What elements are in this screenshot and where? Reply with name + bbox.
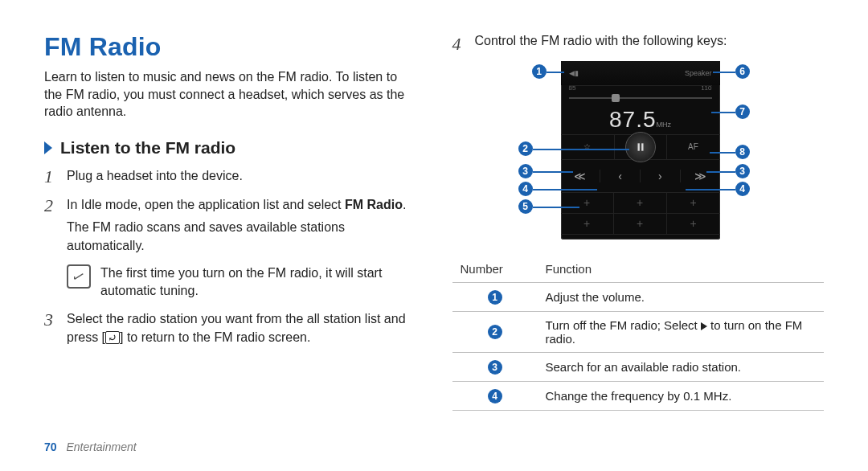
- row-func: Search for an available radio station.: [538, 352, 825, 381]
- slider-max: 110: [701, 84, 711, 92]
- th-function: Function: [538, 256, 825, 283]
- callout-7: 7: [735, 104, 750, 119]
- star-icon: ☆: [561, 135, 615, 159]
- freq-slider-thumb: [612, 94, 620, 102]
- step-1-text: Plug a headset into the device.: [67, 167, 416, 186]
- row-func: Adjust the volume.: [538, 282, 825, 311]
- note-text: The first time you turn on the FM radio,…: [100, 264, 416, 299]
- freq-unit: MHz: [657, 121, 672, 129]
- volume-icon: ◀▮: [569, 69, 579, 77]
- callout-8: 8: [735, 145, 750, 159]
- play-icon: [701, 322, 707, 330]
- callout-3-left: 3: [518, 164, 533, 178]
- callout-3-right: 3: [735, 164, 750, 178]
- step-3-text-b: ] to return to the FM radio screen.: [120, 330, 310, 344]
- note-icon: [67, 264, 91, 289]
- row-func: Change the frequency by 0.1 MHz.: [538, 381, 825, 410]
- step-number: 1: [44, 167, 67, 186]
- step-2-sub: The FM radio scans and saves available s…: [67, 219, 416, 255]
- callout-4-right: 4: [735, 182, 750, 196]
- table-row: 1 Adjust the volume.: [452, 282, 825, 311]
- section-name: Entertainment: [66, 440, 136, 453]
- intro-text: Learn to listen to music and news on the…: [44, 68, 416, 121]
- row-num: 3: [488, 360, 502, 375]
- table-row: 4 Change the frequency by 0.1 MHz.: [452, 381, 825, 410]
- callout-2: 2: [518, 141, 533, 156]
- callout-4-left: 4: [518, 182, 533, 196]
- af-label: AF: [667, 135, 720, 159]
- table-row: 3 Search for an available radio station.: [452, 352, 825, 381]
- section-heading-text: Listen to the FM radio: [60, 138, 235, 158]
- step-prev-icon: ‹: [600, 170, 641, 182]
- fm-radio-diagram: ◀▮ Speaker 85 110 87.5MHz ☆: [452, 61, 825, 246]
- callout-5: 5: [518, 199, 533, 214]
- row-func: Turn off the FM radio; Select to turn on…: [538, 311, 825, 352]
- speaker-label: Speaker: [685, 69, 712, 77]
- step-4-text: Control the FM radio with the following …: [475, 32, 727, 50]
- step-2-text-a: In Idle mode, open the application list …: [67, 198, 345, 211]
- chevron-right-icon: [44, 141, 52, 154]
- svg-rect-0: [637, 143, 639, 150]
- section-heading: Listen to the FM radio: [44, 138, 416, 158]
- row-num: 4: [488, 389, 502, 403]
- table-row: 2 Turn off the FM radio; Select to turn …: [452, 311, 825, 352]
- step-number: 4: [452, 32, 475, 56]
- svg-rect-1: [641, 143, 643, 150]
- step-next-icon: ›: [641, 170, 681, 182]
- power-play-button: [625, 132, 656, 162]
- page-footer: 70 Entertainment: [44, 440, 137, 453]
- th-number: Number: [452, 256, 538, 283]
- row-num: 1: [488, 290, 502, 305]
- page-number: 70: [44, 440, 57, 453]
- page-title: FM Radio: [44, 32, 416, 62]
- step-number: 3: [44, 310, 67, 346]
- step-number: 2: [44, 196, 67, 255]
- back-key-icon: ⤾: [105, 331, 120, 344]
- step-2-text-c: .: [403, 198, 406, 211]
- callout-1: 1: [532, 64, 547, 79]
- step-2-bold: FM Radio: [345, 198, 403, 211]
- function-table: Number Function 1 Adjust the volume. 2 T…: [452, 256, 825, 411]
- freq-value: 87.5: [609, 107, 657, 132]
- row-num: 2: [488, 325, 502, 339]
- callout-6: 6: [735, 64, 750, 79]
- slider-min: 85: [569, 84, 576, 92]
